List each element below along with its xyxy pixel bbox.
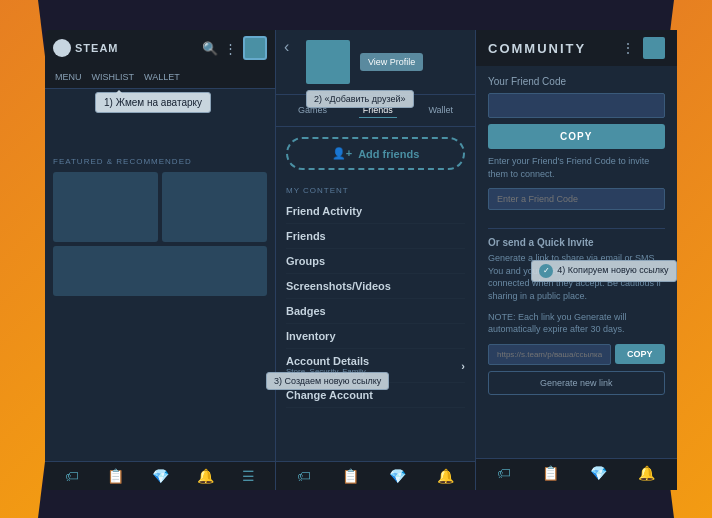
friend-code-input[interactable] (488, 93, 665, 118)
step4-annotation: 4) Копируем новую ссылку (531, 260, 676, 282)
steam-logo-text: STEAM (75, 42, 119, 54)
middle-panel: ‹ View Profile 2) «Добавить друзей» Game… (275, 30, 475, 490)
menu-item-friend-activity[interactable]: Friend Activity (286, 199, 465, 224)
right-panel: COMMUNITY ⋮ Your Friend Code COPY Enter … (475, 30, 677, 490)
middle-bottom-list-icon[interactable]: 📋 (342, 468, 359, 484)
step2-annotation: 2) «Добавить друзей» (306, 90, 414, 108)
bottom-nav-gem-icon[interactable]: 💎 (152, 468, 169, 484)
divider (488, 228, 665, 229)
menu-item-friends[interactable]: Friends (286, 224, 465, 249)
quick-invite-note: NOTE: Each link you Generate will automa… (488, 311, 665, 336)
invite-link-input[interactable] (488, 344, 611, 365)
profile-avatar (306, 40, 350, 84)
middle-bottom-tag-icon[interactable]: 🏷 (297, 468, 311, 484)
featured-label: FEATURED & RECOMMENDED (53, 157, 267, 166)
middle-bottom-gem-icon[interactable]: 💎 (389, 468, 406, 484)
tab-wallet[interactable]: Wallet (424, 103, 457, 118)
back-button[interactable]: ‹ (284, 38, 289, 56)
nav-bar: MENU WISHLIST WALLET (45, 66, 275, 89)
left-bottom-nav: 🏷 📋 💎 🔔 ☰ (45, 461, 275, 490)
add-friends-icon: 👤+ (332, 147, 352, 160)
right-bottom-list-icon[interactable]: 📋 (542, 465, 559, 484)
friend-code-hint: Enter your Friend's Friend Code to invit… (488, 155, 665, 180)
community-avatar[interactable] (643, 37, 665, 59)
featured-section: FEATURED & RECOMMENDED (45, 149, 275, 304)
my-content-label: MY CONTENT (276, 180, 475, 199)
community-title: COMMUNITY (488, 41, 586, 56)
bottom-nav-list-icon[interactable]: 📋 (107, 468, 124, 484)
featured-card-1 (53, 172, 158, 242)
bottom-nav-bell-icon[interactable]: 🔔 (197, 468, 214, 484)
community-header-right: ⋮ (621, 37, 665, 59)
more-icon[interactable]: ⋮ (224, 41, 237, 56)
menu-item-screenshots[interactable]: Screenshots/Videos (286, 274, 465, 299)
enter-friend-code-input[interactable] (488, 188, 665, 210)
main-container: STEAM 🔍 ⋮ MENU WISHLIST WALLET 1) Жмем н… (45, 30, 667, 490)
add-friends-label: Add friends (358, 148, 419, 160)
nav-wallet[interactable]: WALLET (140, 70, 184, 84)
steam-header: STEAM 🔍 ⋮ (45, 30, 275, 66)
account-details-label: Account Details (286, 355, 369, 367)
chevron-right-icon: › (461, 360, 465, 372)
featured-card-2 (162, 172, 267, 242)
copy-link-button[interactable]: COPY (615, 344, 665, 364)
user-avatar[interactable] (243, 36, 267, 60)
steam-logo-icon (53, 39, 71, 57)
invite-link-row: COPY (488, 344, 665, 365)
community-menu-icon[interactable]: ⋮ (621, 40, 635, 56)
generate-new-link-button[interactable]: Generate new link (488, 371, 665, 395)
middle-bottom-bell-icon[interactable]: 🔔 (437, 468, 454, 484)
menu-item-badges[interactable]: Badges (286, 299, 465, 324)
featured-cards (53, 172, 267, 242)
right-content: Your Friend Code COPY Enter your Friend'… (476, 66, 677, 458)
steam-logo: STEAM (53, 39, 119, 57)
left-panel: STEAM 🔍 ⋮ MENU WISHLIST WALLET 1) Жмем н… (45, 30, 275, 490)
menu-item-groups[interactable]: Groups (286, 249, 465, 274)
step3-annotation: 3) Создаем новую ссылку (266, 372, 389, 390)
right-bottom-gem-icon[interactable]: 💎 (590, 465, 607, 484)
header-icons: 🔍 ⋮ (202, 36, 267, 60)
right-bottom-nav: 🏷 📋 💎 🔔 (476, 458, 677, 490)
right-bottom-bell-icon[interactable]: 🔔 (638, 465, 655, 484)
right-bottom-tag-icon[interactable]: 🏷 (497, 465, 511, 484)
search-icon[interactable]: 🔍 (202, 41, 218, 56)
copy-friend-code-button[interactable]: COPY (488, 124, 665, 149)
nav-wishlist[interactable]: WISHLIST (88, 70, 139, 84)
featured-card-wide (53, 246, 267, 296)
community-header: COMMUNITY ⋮ (476, 30, 677, 66)
profile-section: ‹ View Profile (276, 30, 475, 95)
bottom-nav-tag-icon[interactable]: 🏷 (65, 468, 79, 484)
middle-bottom-nav: 🏷 📋 💎 🔔 (276, 461, 475, 490)
step1-tooltip: 1) Жмем на аватарку (95, 92, 211, 113)
quick-invite-title: Or send a Quick Invite (488, 237, 665, 248)
bottom-nav-menu-icon[interactable]: ☰ (242, 468, 255, 484)
add-friends-button[interactable]: 👤+ Add friends (286, 137, 465, 170)
friend-code-title: Your Friend Code (488, 76, 665, 87)
view-profile-button[interactable]: View Profile (360, 53, 423, 71)
nav-menu[interactable]: MENU (51, 70, 86, 84)
menu-item-inventory[interactable]: Inventory (286, 324, 465, 349)
